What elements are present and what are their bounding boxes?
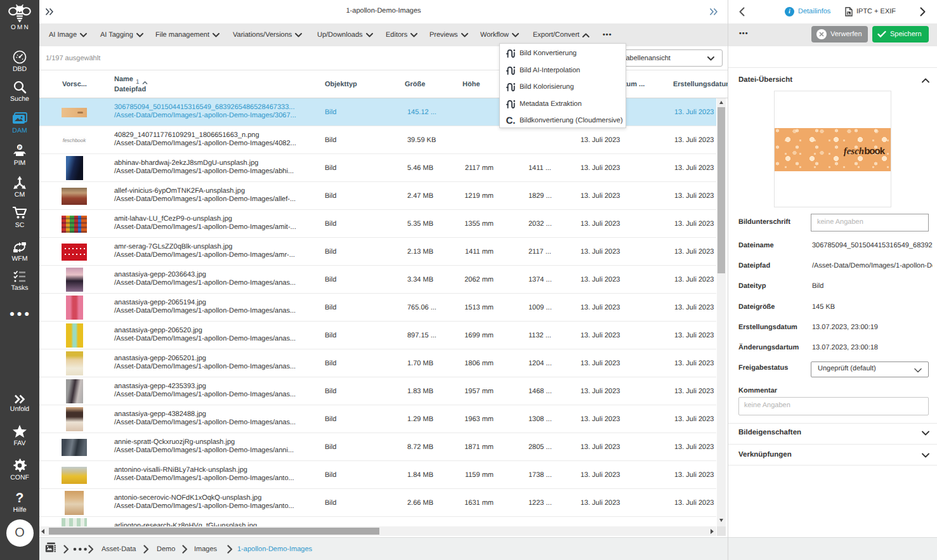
svg-text:P: P: [18, 146, 22, 150]
